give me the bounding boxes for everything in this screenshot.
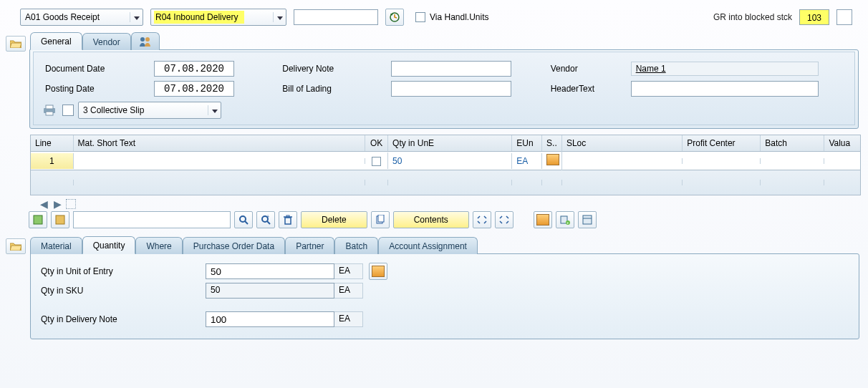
cell-profit-center[interactable] xyxy=(683,158,761,164)
tab-purchase-order-data[interactable]: Purchase Order Data xyxy=(183,237,285,254)
qty-sku-label: Qty in SKU xyxy=(41,286,206,296)
tab-material[interactable]: Material xyxy=(30,237,82,254)
header-tabs: General Vendor xyxy=(30,31,868,49)
cell-material-text[interactable] xyxy=(74,158,366,164)
movement-type-suffix[interactable] xyxy=(836,9,852,25)
stock-overview-button[interactable] xyxy=(369,263,387,280)
via-handling-units-checkbox[interactable]: Via Handl.Units xyxy=(415,12,489,22)
stock-overview-button[interactable] xyxy=(534,211,552,228)
pager-prev-button[interactable]: ◀ xyxy=(39,198,49,210)
pager-settings-button[interactable] xyxy=(66,199,76,209)
transaction-dropdown[interactable]: A01 Goods Receipt xyxy=(20,9,143,26)
tab-vendor[interactable]: Vendor xyxy=(82,33,131,50)
cell-sloc[interactable] xyxy=(562,158,683,164)
col-stock[interactable]: S.. xyxy=(542,135,562,151)
expand-button[interactable] xyxy=(473,211,491,228)
qty-delivery-note-input[interactable] xyxy=(206,311,334,327)
copy-button[interactable] xyxy=(371,211,390,228)
movement-type-code[interactable]: 103 xyxy=(799,9,829,25)
col-sloc[interactable]: SLoc xyxy=(562,135,683,151)
posting-date-input[interactable] xyxy=(154,81,234,97)
col-valuation[interactable]: Valua xyxy=(824,135,860,151)
svg-point-2 xyxy=(145,37,150,42)
col-batch[interactable]: Batch xyxy=(761,135,824,151)
collapse-button[interactable] xyxy=(495,211,513,228)
print-option-dropdown[interactable]: 3 Collective Slip xyxy=(78,102,221,119)
collapse-header-button[interactable] xyxy=(6,36,26,52)
expand-icon xyxy=(477,215,487,225)
table-plus-icon: + xyxy=(560,215,570,225)
pager-next-button[interactable]: ▶ xyxy=(52,198,63,210)
items-toolbar: + Delete Contents + xyxy=(29,211,868,228)
header-text-label: HeaderText xyxy=(548,79,627,98)
add-line-button[interactable]: + xyxy=(556,211,574,228)
layout-button[interactable] xyxy=(578,211,597,228)
grid-header: Line Mat. Short Text OK Qty in UnE EUn S… xyxy=(30,135,861,152)
col-mat-short-text[interactable]: Mat. Short Text xyxy=(74,135,366,151)
tab-partner-label: Partner xyxy=(296,241,324,251)
svg-rect-6 xyxy=(34,215,42,224)
qty-unit-entry-input[interactable] xyxy=(206,263,334,279)
table-row[interactable]: 1 50 EA xyxy=(30,152,861,170)
col-qty-une[interactable]: Qty in UnE xyxy=(388,135,512,151)
cell-valuation[interactable] xyxy=(824,158,860,164)
col-line[interactable]: Line xyxy=(31,135,74,151)
col-eun[interactable]: EUn xyxy=(512,135,542,151)
chevron-down-icon xyxy=(130,12,143,22)
trash-button[interactable] xyxy=(279,211,297,228)
deselect-all-icon xyxy=(55,215,65,225)
header-text-input[interactable] xyxy=(631,81,819,97)
document-number-input[interactable] xyxy=(294,9,378,25)
warehouse-icon xyxy=(546,154,559,165)
delete-button[interactable]: Delete xyxy=(301,211,367,228)
execute-button[interactable] xyxy=(385,9,404,26)
cell-eun[interactable]: EA xyxy=(512,153,542,169)
folder-open-icon xyxy=(10,242,21,251)
tab-pod-label: Purchase Order Data xyxy=(193,241,274,251)
tab-quantity[interactable]: Quantity xyxy=(82,236,136,254)
deselect-all-button[interactable] xyxy=(51,211,69,228)
tab-general[interactable]: General xyxy=(30,32,82,50)
qty-sku-unit: EA xyxy=(334,283,363,299)
vendor-value: Name 1 xyxy=(631,62,819,76)
col-profit-center[interactable]: Profit Center xyxy=(683,135,761,151)
select-all-button[interactable] xyxy=(29,211,47,228)
cell-ok[interactable] xyxy=(365,152,388,168)
reference-dropdown[interactable]: R04 Inbound Delivery xyxy=(150,9,286,26)
bill-of-lading-input[interactable] xyxy=(391,81,511,97)
tab-material-label: Material xyxy=(41,241,72,251)
posting-date-label: Posting Date xyxy=(42,79,150,98)
refresh-clock-icon xyxy=(389,11,400,23)
cell-stock[interactable] xyxy=(542,151,562,170)
top-toolbar: A01 Goods Receipt R04 Inbound Delivery V… xyxy=(0,0,868,33)
copy-icon xyxy=(375,215,385,225)
tab-partner[interactable]: Partner xyxy=(285,237,334,254)
col-ok[interactable]: OK xyxy=(365,135,388,151)
svg-line-11 xyxy=(267,221,270,224)
search-icon xyxy=(238,215,249,225)
svg-rect-4 xyxy=(46,105,53,109)
print-checkbox[interactable] xyxy=(62,105,74,116)
collapse-detail-button[interactable] xyxy=(6,238,26,254)
movement-type-label: GR into blocked stck xyxy=(713,12,792,22)
tab-where[interactable]: Where xyxy=(135,237,182,254)
grid-pager: ◀ ▶ xyxy=(39,198,868,210)
warehouse-icon xyxy=(372,266,385,277)
find-next-button[interactable]: + xyxy=(256,211,275,228)
search-plus-icon: + xyxy=(261,215,271,225)
svg-point-1 xyxy=(140,37,145,42)
items-grid: Line Mat. Short Text OK Qty in UnE EUn S… xyxy=(30,135,861,195)
cell-qty[interactable]: 50 xyxy=(388,153,512,169)
contents-button[interactable]: Contents xyxy=(393,211,469,228)
tab-account-assignment[interactable]: Account Assignment xyxy=(378,237,478,254)
delivery-note-input[interactable] xyxy=(391,61,511,77)
find-button[interactable] xyxy=(234,211,253,228)
document-date-input[interactable] xyxy=(154,61,234,77)
checkbox-icon xyxy=(415,12,425,22)
tab-batch[interactable]: Batch xyxy=(334,237,378,254)
svg-text:+: + xyxy=(566,220,569,225)
tab-partner[interactable] xyxy=(131,32,160,50)
filter-input[interactable] xyxy=(73,211,231,228)
cell-batch[interactable] xyxy=(761,158,824,164)
table-row-empty xyxy=(30,170,861,195)
